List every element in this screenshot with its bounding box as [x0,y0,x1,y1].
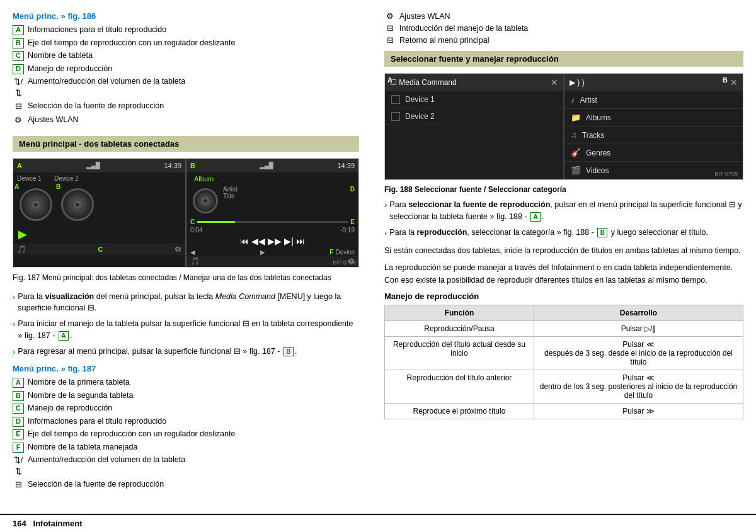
device2-label: Device 2 [54,175,79,182]
label-C: C [13,51,24,61]
arrow-icon: › [13,318,15,331]
arrow-icon: › [13,346,15,358]
videos-icon: 🎬 [571,166,581,175]
list-item: BEje del tiempo de reproducción con un r… [13,38,359,49]
fig-188-caption: Fig. 188 Seleccionar fuente / Selecciona… [384,185,743,194]
bottom-icon-b1: 🎵 [190,257,200,266]
list-item: ⚙Ajustes WLAN [384,11,743,21]
device1-text: Device 1 [405,95,435,104]
close-btn-b[interactable]: ✕ [730,77,738,88]
controls-b: ⏮ ◀◀ ▶▶ ▶| ⏭ [186,234,358,249]
artist-icon: ♪ [571,95,575,105]
mc-tracks[interactable]: ♫ Tracks [564,127,743,144]
panel-a-bottom: 🎵 C ⚙ [13,244,185,255]
list-item: ⇅/⇅Aumento/reducción del volumen de la t… [13,455,359,477]
arrow-list-1: › Para la visualización del menú princip… [13,291,359,358]
list-item: ⊟Retorno al menú principal [384,35,743,45]
volume-icon: ⇅/⇅ [13,76,24,99]
col-funcion: Función [385,305,534,321]
signal-a: ▂▄█ [86,162,100,169]
genres-icon: 🎸 [571,148,581,157]
panel-label-a: A [387,76,392,84]
desarrollo-2: Pulsar ≪después de 3 seg. desde el inici… [534,337,743,370]
page-number: 164 [13,519,26,528]
albums-label: Albums [586,113,611,122]
vol-right: ▶ [260,249,265,256]
panel-label-b: B [723,76,728,84]
label-D: D [13,64,24,74]
controls-a: ▶ [13,225,185,244]
close-btn-a[interactable]: ✕ [551,77,558,88]
tracks-label: Tracks [582,131,605,140]
table-row: Reproducción del título anterior Pulsar … [385,370,743,404]
signal-b: ▂▄█ [260,162,273,169]
mc-panel-b: B ▶ ) ) ✕ ♪ Artist 📁 Albums ♫ Tracks [563,74,743,179]
label-C-b: C [190,218,195,225]
arrow-icon: › [13,291,15,303]
list-item: BNombre de la segunda tableta [13,390,359,402]
wlan-icon: ⚙ [13,115,24,126]
label-A: A [13,25,24,35]
list-item: ⊟Introducción del manejo de la tableta [384,23,743,33]
mc-title-b: ▶ ) ) [570,78,585,87]
menu-items-2: ANombre de la primera tableta BNombre de… [13,377,359,491]
arrow-item: › Para regresar al menú principal, pulsa… [13,346,359,358]
vol-left: ◀ [190,249,195,256]
page-footer: 164 Infotainment [0,514,756,532]
checkbox-device1[interactable] [391,95,400,104]
play-icon: ▶ [18,227,27,241]
desarrollo-1: Pulsar ▷/‖ [534,321,743,337]
mc-albums[interactable]: 📁 Albums [564,109,743,127]
panel-a-header: A ▂▄█ 14:39 [13,159,185,173]
bit-label-187: BIT-0708 [333,259,356,266]
page-label: Infotainment [33,519,83,528]
list-item: DInformaciones para el título reproducid… [13,416,359,427]
title-text: Title [223,193,348,200]
list-item: DManejo de reproducción [13,64,359,75]
figure-inner: A ▂▄█ 14:39 Device 1 Device 2 A [13,159,358,267]
figure-188: A ☐ Media Command ✕ Device 1 Device 2 B [384,73,743,180]
mc-device1[interactable]: Device 1 [385,91,563,108]
fig-panel-b: B ▂▄█ 14:39 Album Artist Title [185,159,358,267]
para-4: La reproducción se puede manejar a travé… [384,262,743,286]
prev-icon: ⏮ [240,236,249,246]
tabla-title: Manejo de reproducción [384,291,743,301]
pause-icon: ▶▶ [268,236,282,246]
list-item: CNombre de tableta [13,50,359,62]
arrow-item: › Para la visualización del menú princip… [13,291,359,315]
arrow-icon-r2: › [384,227,387,239]
fig-188-caption-bold: Fig. 188 Seleccionar fuente / Selecciona… [384,185,566,194]
mc-artist[interactable]: ♪ Artist [564,91,743,109]
menu-ref-2: » fig. 187 [61,364,96,373]
para-3: Si están conectadas dos tabletas, inicie… [384,245,743,257]
mc-genres[interactable]: 🎸 Genres [564,144,743,162]
mc-title: ☐ Media Command [390,78,457,87]
list-item: CManejo de reproducción [13,403,359,414]
device-b-name: Device [335,249,355,256]
menu-title-2-text: Menú princ. [13,364,59,373]
mc-header-a: ☐ Media Command ✕ [385,74,563,91]
left-column: Menú princ. » fig. 186 AInformaciones pa… [13,11,378,502]
disc-b [193,188,218,213]
mc-device2[interactable]: Device 2 [385,108,563,125]
checkbox-device2[interactable] [391,112,400,121]
mc-panel-a: A ☐ Media Command ✕ Device 1 Device 2 [385,74,563,179]
bottom-icon-a1: 🎵 [17,245,26,254]
menu-items-1: AInformaciones para el título reproducid… [13,25,359,126]
arrow-item-r1: › Para seleccionar la fuente de reproduc… [384,199,743,223]
figure-187: A ▂▄█ 14:39 Device 1 Device 2 A [13,158,359,268]
time-b: 14:39 [337,162,355,169]
artist-text: Artist [223,186,348,193]
label-B: B [13,38,24,48]
funcion-2: Reproducción del título actual desde su … [385,337,534,370]
arrow-list-right: › Para seleccionar la fuente de reproduc… [384,199,743,239]
arrow-item: › Para iniciar el manejo de la tableta p… [13,318,359,342]
genres-label: Genres [586,149,610,157]
table-row: Reproducción/Pausa Pulsar ▷/‖ [385,321,743,337]
return-icon: ⊟ [384,35,396,45]
section-main-header: Menú principal - dos tabletas conectadas [13,136,359,152]
bottom-icon-a2: ⚙ [175,245,181,254]
albums-icon: 📁 [571,113,581,122]
right-column: ⚙Ajustes WLAN ⊟Introducción del manejo d… [378,11,743,502]
artist-label: Artist [580,96,597,105]
